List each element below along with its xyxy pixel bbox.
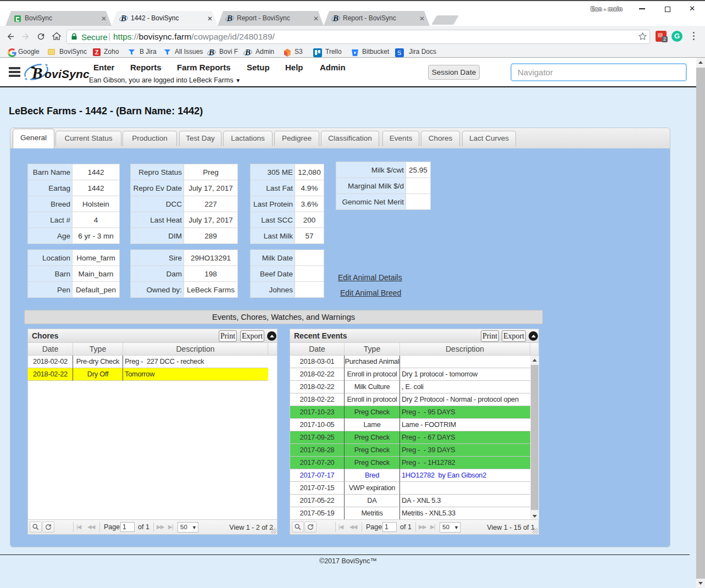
svg-text:oviSync: oviSync bbox=[45, 68, 90, 80]
svg-text:B: B bbox=[31, 64, 42, 82]
svg-text:S: S bbox=[397, 49, 401, 56]
